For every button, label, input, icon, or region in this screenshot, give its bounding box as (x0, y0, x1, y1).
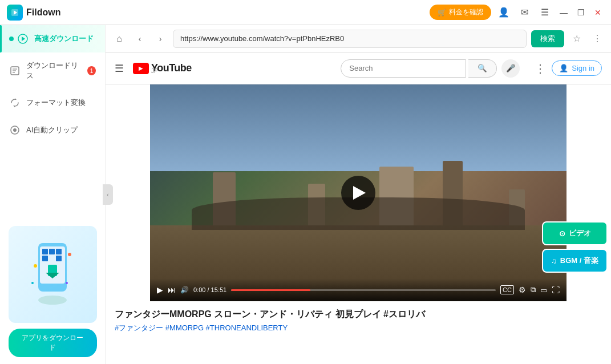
download-list-badge: 1 (87, 66, 96, 75)
youtube-search-button[interactable]: 🔍 (468, 59, 497, 78)
svg-point-21 (34, 264, 37, 268)
svg-point-22 (68, 253, 71, 256)
user-icon-btn[interactable]: 👤 (496, 5, 512, 21)
next-ctrl-button[interactable]: ⏭ (168, 285, 176, 294)
svg-point-24 (31, 282, 34, 284)
progress-bar[interactable] (231, 289, 496, 291)
minimize-button[interactable]: — (557, 6, 570, 19)
sidebar-item-ai-clip[interactable]: AI自動クリップ (0, 116, 105, 144)
svg-rect-16 (49, 249, 55, 254)
signin-person-icon: 👤 (559, 64, 568, 72)
youtube-mic-button[interactable]: 🎤 (501, 59, 520, 78)
close-button[interactable]: ✕ (592, 6, 604, 19)
mail-icon-btn[interactable]: ✉ (516, 5, 532, 21)
youtube-logo-suffix: JP (151, 68, 192, 74)
browser-toolbar: ⌂ ‹ › 検索 ☆ ⋮ (106, 25, 611, 52)
svg-marker-3 (22, 37, 25, 41)
youtube-header-right: ⋮ 👤 Sign in (535, 60, 602, 76)
download-list-icon (9, 65, 21, 76)
svg-marker-9 (13, 106, 15, 107)
youtube-menu-button[interactable]: ☰ (115, 62, 124, 75)
video-title: ファンタジーMMORPG スローン・アンド・リバティ 初見プレイ #スロリバ (115, 308, 602, 321)
youtube-search-bar: 🔍 🎤 (341, 59, 520, 78)
youtube-content: ☰ YouTube JP 🔍 🎤 ⋮ 👤 (106, 52, 611, 364)
ai-clip-icon (9, 124, 21, 136)
bgm-download-icon: ♫ (551, 257, 557, 265)
sidebar-collapse-button[interactable]: ‹ (103, 184, 113, 205)
title-bar: Fildown 🛒 料金を確認 👤 ✉ ☰ — ❐ ✕ (0, 0, 611, 25)
titlebar-actions: 🛒 料金を確認 👤 ✉ ☰ — ❐ ✕ (430, 5, 604, 21)
floating-buttons: ⊙ ビデオ ♫ BGM / 音楽 (542, 221, 608, 273)
play-button-overlay[interactable] (341, 176, 375, 210)
bgm-download-button[interactable]: ♫ BGM / 音楽 (542, 249, 608, 273)
play-icon (353, 186, 366, 200)
video-info: ファンタジーMMORPG スローン・アンド・リバティ 初見プレイ #スロリバ #… (106, 301, 611, 340)
youtube-more-button[interactable]: ⋮ (535, 62, 546, 75)
menu-icon-btn[interactable]: ☰ (537, 5, 553, 21)
svg-rect-14 (42, 249, 48, 254)
app-logo: Fildown (7, 5, 60, 21)
video-download-icon: ⊙ (559, 229, 565, 238)
svg-rect-15 (42, 256, 48, 261)
forward-nav-button[interactable]: › (152, 31, 168, 47)
active-indicator (9, 37, 14, 41)
sidebar-item-format-convert[interactable]: フォーマット変換 (0, 89, 105, 116)
cart-icon: 🛒 (438, 9, 446, 17)
sidebar-bottom: アプリをダウンロード (0, 219, 105, 364)
video-tags[interactable]: #ファンタジー #MMORPG #THRONEANDLIBERTY (115, 323, 602, 333)
back-nav-button[interactable]: ‹ (132, 31, 148, 47)
url-input[interactable] (173, 30, 527, 48)
scene-sky (150, 84, 567, 171)
format-convert-icon (9, 97, 21, 108)
youtube-header: ☰ YouTube JP 🔍 🎤 ⋮ 👤 (106, 52, 611, 84)
sidebar-item-download-list[interactable]: ダウンロードリス 1 (0, 52, 105, 89)
sidebar-item-fast-download[interactable]: 高速ダウンロード (0, 25, 105, 52)
ai-clip-label: AI自動クリップ (26, 125, 78, 135)
sidebar: 高速ダウンロード ダウンロードリス 1 フォーマット変換 AI自動クリップ (0, 25, 106, 364)
browser-search-button[interactable]: 検索 (531, 30, 564, 47)
settings-button[interactable]: ⚙ (519, 285, 526, 294)
video-controls: ▶ ⏭ 🔊 0:00 / 15:51 CC ⚙ ⧉ (150, 278, 567, 301)
main-area: 高速ダウンロード ダウンロードリス 1 フォーマット変換 AI自動クリップ (0, 25, 611, 364)
fast-download-icon (17, 33, 29, 45)
price-button[interactable]: 🛒 料金を確認 (430, 5, 491, 20)
video-download-button[interactable]: ⊙ ビデオ (542, 221, 608, 245)
browser-panel: ⌂ ‹ › 検索 ☆ ⋮ ☰ YouTube JP (106, 25, 611, 364)
fullscreen-button[interactable]: ⛶ (552, 285, 560, 294)
fast-download-label: 高速ダウンロード (34, 34, 94, 44)
youtube-search-input[interactable] (341, 59, 466, 78)
time-display: 0:00 / 15:51 (193, 286, 226, 293)
theater-button[interactable]: ▭ (540, 286, 547, 294)
subtitles-button[interactable]: CC (500, 285, 514, 294)
promo-illustration (9, 226, 97, 323)
download-list-label: ダウンロードリス (26, 60, 82, 81)
svg-rect-17 (56, 249, 62, 254)
youtube-logo[interactable]: YouTube JP (133, 63, 192, 74)
video-player[interactable]: ▶ ⏭ 🔊 0:00 / 15:51 CC ⚙ ⧉ (150, 84, 567, 301)
svg-point-23 (66, 282, 68, 284)
youtube-signin-button[interactable]: 👤 Sign in (552, 60, 602, 76)
download-app-button[interactable]: アプリをダウンロード (9, 329, 97, 357)
restore-button[interactable]: ❐ (574, 6, 587, 19)
svg-marker-8 (15, 98, 17, 100)
logo-icon (7, 5, 23, 21)
svg-point-11 (13, 128, 17, 132)
progress-fill (231, 289, 310, 291)
volume-ctrl-button[interactable]: 🔊 (180, 286, 189, 294)
browser-more-button[interactable]: ⋮ (589, 31, 605, 47)
miniplayer-button[interactable]: ⧉ (531, 285, 536, 294)
youtube-logo-icon (133, 63, 149, 74)
svg-rect-18 (56, 256, 62, 261)
play-ctrl-button[interactable]: ▶ (157, 285, 163, 294)
format-convert-label: フォーマット変換 (26, 98, 86, 108)
home-nav-button[interactable]: ⌂ (111, 31, 127, 47)
bookmark-button[interactable]: ☆ (569, 31, 585, 47)
video-area: ▶ ⏭ 🔊 0:00 / 15:51 CC ⚙ ⧉ (106, 84, 611, 340)
app-name: Fildown (26, 7, 60, 18)
svg-point-25 (38, 296, 67, 305)
